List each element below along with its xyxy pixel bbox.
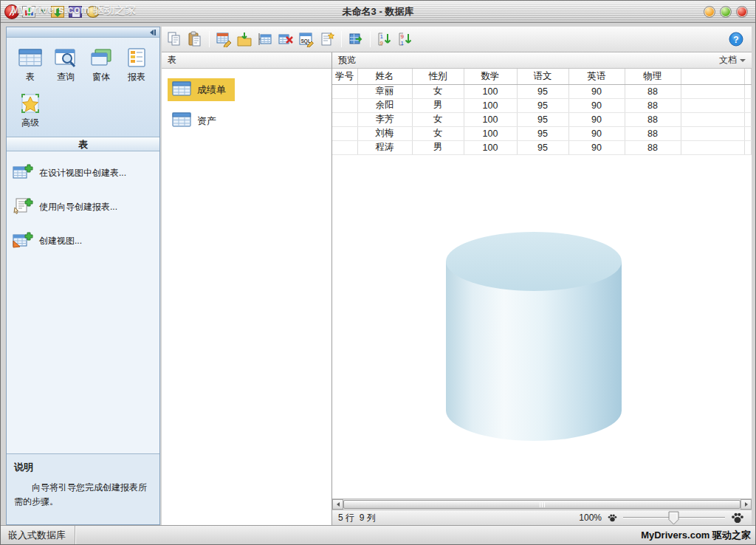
new-dropdown-caret-icon[interactable] xyxy=(41,10,47,13)
document-menu[interactable]: 文档 xyxy=(719,54,746,66)
help-text: 向导将引导您完成创建报表所需的步骤。 xyxy=(14,481,152,509)
insert-table-icon[interactable] xyxy=(255,30,275,49)
table-cell xyxy=(744,140,752,154)
app-logo-icon[interactable] xyxy=(4,4,19,19)
column-header[interactable]: 性别 xyxy=(412,69,464,84)
list-item-label: 资产 xyxy=(197,114,216,128)
collapse-pane-bar[interactable] xyxy=(154,30,156,35)
tool-icon[interactable] xyxy=(86,6,100,18)
preview-panel: 预览 文档 学号姓名性别数学语文英语物理章丽女100959088余阳男10095… xyxy=(332,52,752,525)
help-icon[interactable]: ? xyxy=(726,30,746,49)
column-header[interactable] xyxy=(681,69,744,84)
table-cell: 88 xyxy=(625,98,681,112)
table-cell xyxy=(332,112,357,126)
table-cell: 男 xyxy=(412,98,464,112)
scroll-right-icon[interactable] xyxy=(740,499,752,510)
object-list-header: 表 xyxy=(162,52,331,69)
new-database-icon[interactable] xyxy=(22,6,35,18)
table-cell xyxy=(744,84,752,98)
paw-large-icon xyxy=(731,512,744,524)
minimize-button[interactable] xyxy=(704,6,715,18)
column-header[interactable]: 学号 xyxy=(332,69,357,84)
table-cell xyxy=(332,126,357,140)
maximize-button[interactable] xyxy=(720,6,732,18)
table-cell: 刘梅 xyxy=(357,126,412,140)
category-label: 查询 xyxy=(57,71,75,83)
table-cell: 88 xyxy=(625,140,681,154)
action-create-report-wizard[interactable]: 使用向导创建报表... xyxy=(13,197,154,217)
table-row[interactable]: 章丽女100959088 xyxy=(332,84,752,98)
toolbar-separator xyxy=(209,31,210,47)
action-label: 在设计视图中创建表... xyxy=(39,167,126,179)
zoom-slider[interactable] xyxy=(623,511,725,524)
sidebar-category-form[interactable]: 窗体 xyxy=(83,47,119,83)
transfer-table-icon[interactable] xyxy=(346,30,365,49)
open-icon[interactable] xyxy=(51,6,64,18)
paste-icon[interactable] xyxy=(185,30,205,49)
sort-descending-icon[interactable]: 91 xyxy=(396,30,415,49)
table-header-row: 学号姓名性别数学语文英语物理 xyxy=(332,69,752,84)
report-new-icon[interactable] xyxy=(317,30,337,49)
column-header[interactable]: 语文 xyxy=(517,69,568,84)
action-create-table-design[interactable]: 在设计视图中创建表... xyxy=(13,163,154,183)
table-row[interactable]: 余阳男100959088 xyxy=(332,98,752,112)
create-table-design-icon xyxy=(13,163,33,183)
zoom-slider-thumb[interactable] xyxy=(668,511,679,525)
report-icon xyxy=(123,47,150,69)
save-icon[interactable] xyxy=(69,6,82,18)
table-cell: 程涛 xyxy=(357,140,412,154)
help-panel: 说明 向导将引导您完成创建报表所需的步骤。 xyxy=(7,453,159,524)
column-header[interactable]: 数学 xyxy=(464,69,517,84)
table-cell xyxy=(332,84,357,98)
svg-text:9: 9 xyxy=(380,40,384,47)
scroll-left-icon[interactable] xyxy=(332,499,343,510)
column-header[interactable] xyxy=(744,69,752,84)
table-cell: 余阳 xyxy=(357,98,412,112)
window-title: 未命名3 - 数据库 xyxy=(1,5,755,18)
column-header[interactable]: 英语 xyxy=(568,69,625,84)
action-create-view[interactable]: 创建视图... xyxy=(13,231,154,251)
sidebar-category-report[interactable]: 报表 xyxy=(119,47,154,83)
category-label: 高级 xyxy=(21,117,39,129)
table-cell: 男 xyxy=(412,140,464,154)
close-button[interactable] xyxy=(736,6,748,18)
table-cell: 95 xyxy=(517,84,568,98)
svg-text:SQL: SQL xyxy=(301,38,311,44)
horizontal-scrollbar[interactable] xyxy=(332,498,752,510)
list-item[interactable]: 成绩单 xyxy=(168,78,235,101)
table-cell: 女 xyxy=(412,84,464,98)
preview-header: 预览 文档 xyxy=(332,52,752,69)
table-cell: 90 xyxy=(568,112,625,126)
table-cell: 88 xyxy=(625,126,681,140)
export-table-icon[interactable] xyxy=(235,30,254,49)
table-cell: 章丽 xyxy=(357,84,412,98)
sidebar-category-advanced[interactable]: 高级 xyxy=(13,92,48,129)
table-cell: 100 xyxy=(464,84,517,98)
table-row[interactable]: 程涛男100959088 xyxy=(332,140,752,154)
table-row[interactable]: 刘梅女100959088 xyxy=(332,126,752,140)
advanced-icon xyxy=(17,92,44,114)
sidebar-category-query[interactable]: 查询 xyxy=(48,47,83,83)
table-actions: 在设计视图中创建表...使用向导创建报表...创建视图... xyxy=(7,151,159,453)
titlebar[interactable]: 未命名3 - 数据库 MyDrivers.com 驱动之家 xyxy=(1,1,755,23)
object-list: 成绩单资产 xyxy=(162,69,331,142)
collapse-pane-icon[interactable] xyxy=(150,30,154,35)
copy-icon[interactable] xyxy=(165,30,184,49)
table-design-icon[interactable] xyxy=(214,30,233,49)
window-statusbar: 嵌入式数据库 MyDrivers.com 驱动之家 xyxy=(1,525,755,544)
list-item[interactable]: 资产 xyxy=(168,109,225,132)
column-header[interactable]: 姓名 xyxy=(357,69,412,84)
table-cell: 女 xyxy=(412,126,464,140)
column-header[interactable]: 物理 xyxy=(625,69,681,84)
zoom-level: 100% xyxy=(579,513,602,523)
form-icon xyxy=(88,47,114,69)
cylinder-shape xyxy=(445,231,622,441)
scrollbar-thumb[interactable] xyxy=(343,500,740,509)
object-categories: 表查询窗体报表高级 xyxy=(7,38,159,137)
sort-ascending-icon[interactable]: 19 xyxy=(375,30,394,49)
delete-table-icon[interactable] xyxy=(276,30,295,49)
sidebar-category-table[interactable]: 表 xyxy=(13,47,48,83)
table-row[interactable]: 李芳女100959088 xyxy=(332,112,752,126)
toolbar-separator xyxy=(370,31,371,47)
sql-edit-icon[interactable]: SQL xyxy=(297,30,316,49)
